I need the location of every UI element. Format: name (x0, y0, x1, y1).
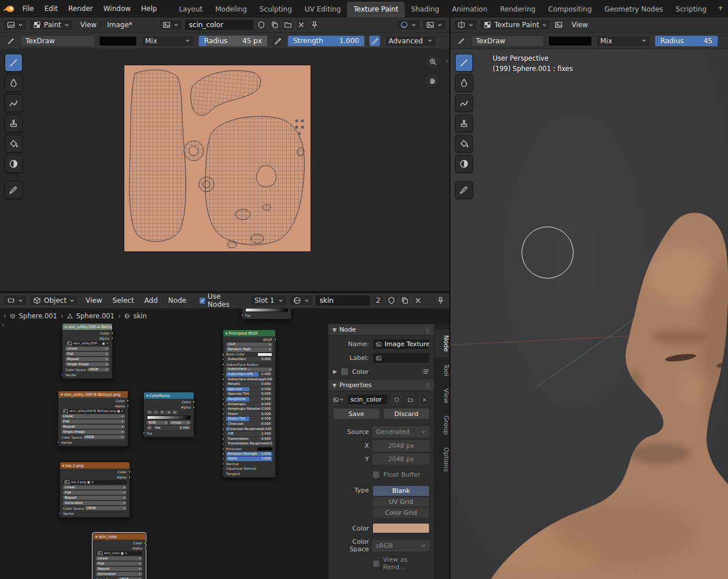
node-socket[interactable] (111, 332, 113, 334)
node-socket[interactable] (128, 476, 131, 478)
ramp-op-button[interactable]: + (147, 410, 152, 415)
bsdf-slider[interactable]: Subsurface Anisotropy0.000 (226, 377, 272, 382)
menu-add[interactable]: Add (139, 292, 163, 309)
node-socket[interactable] (127, 404, 129, 407)
node-socket[interactable] (274, 338, 276, 340)
node-socket[interactable] (222, 423, 224, 425)
brush-name-button[interactable]: TexDraw (471, 35, 544, 47)
bsdf-slider[interactable]: IOR1.450 (226, 432, 272, 436)
x-field[interactable]: 2048 px (372, 440, 430, 451)
viewport-tool-annotate[interactable] (455, 181, 473, 199)
node-enum-dropdown[interactable]: Linear▾ (63, 485, 127, 490)
viewport-tool-soften[interactable] (455, 74, 473, 92)
brush-color-swatch[interactable] (548, 36, 592, 46)
advanced-dropdown[interactable]: Advanced (385, 35, 437, 47)
bsdf-enum-dropdown[interactable]: GGX▾ (226, 343, 272, 347)
tab-geometry-nodes[interactable]: Geometry Nodes (598, 2, 669, 17)
type-option-uv-grid[interactable]: UV Grid (372, 496, 430, 507)
y-field[interactable]: 2048 px (372, 454, 430, 465)
unlink-material-button[interactable] (412, 295, 424, 306)
ramp-gradient[interactable] (147, 415, 191, 420)
node-header[interactable]: ▾ColorRamp (144, 392, 194, 399)
image-texture-node[interactable]: ▾liss 2.pngColorAlphaliss 2.png▣ ×Linear… (60, 462, 130, 518)
bsdf-slider[interactable]: Roughness0.500 (226, 397, 272, 402)
editor-type-button[interactable] (453, 19, 478, 31)
discard-button[interactable]: Discard (383, 408, 430, 420)
open-sidebar-arrow[interactable]: ‹ (446, 57, 448, 65)
image-tool-mask[interactable] (5, 155, 23, 173)
radius-slider[interactable]: Radius 45 px (198, 35, 268, 47)
float-buffer-checkbox[interactable] (372, 471, 380, 478)
brush-name-button[interactable]: TexDraw (21, 35, 95, 47)
fake-user-button[interactable] (391, 394, 402, 405)
fake-user-button[interactable] (386, 295, 397, 306)
node-socket[interactable] (127, 399, 129, 402)
node-socket[interactable] (193, 400, 195, 403)
menu-view[interactable]: View (75, 17, 102, 34)
node-socket[interactable] (222, 437, 224, 440)
node-socket[interactable] (241, 314, 243, 316)
node-enum-dropdown[interactable]: Flat▾ (96, 562, 142, 566)
colorramp-node[interactable]: ▾ColorRampColorAlpha+−▾◂▸RGB▾Linear▾0Pos… (143, 392, 194, 437)
bsdf-slider[interactable]: Anisotropic Rotation0.000 (226, 407, 272, 411)
image-texture-node[interactable]: ▾skin_utility.DSP-A 8bit(sp) 1.pngColorA… (62, 323, 113, 379)
viewport-tool-clone[interactable] (455, 114, 473, 132)
tab-sculpting[interactable]: Sculpting (253, 2, 298, 17)
open-toolbar-arrow[interactable]: › (2, 321, 4, 329)
ramp-op-button[interactable]: − (153, 410, 158, 415)
node-socket[interactable] (111, 337, 113, 339)
tab-rendering[interactable]: Rendering (494, 2, 542, 17)
ramp-op-button[interactable]: ▸ (172, 410, 178, 415)
node-image-field[interactable]: liss 2.png▣ × (63, 480, 127, 485)
image-tool-annotate[interactable] (5, 181, 23, 199)
viewport-tool-fill[interactable] (455, 135, 473, 153)
node-socket[interactable] (57, 441, 60, 443)
color-collapsed-row[interactable]: ▶ Color (333, 366, 430, 377)
sidebar-tab-node[interactable]: Node (435, 330, 449, 357)
image-tool-fill[interactable] (5, 135, 23, 153)
node-label-field[interactable] (372, 352, 430, 363)
unlink-image-button[interactable] (419, 394, 430, 405)
node-socket[interactable] (144, 541, 146, 544)
pin-button[interactable] (309, 19, 320, 31)
bsdf-slider[interactable]: Transmission Roughness0.000 (226, 441, 272, 446)
use-nodes-checkbox[interactable] (199, 297, 206, 305)
breadcrumb-item[interactable]: Sphere.001 (19, 312, 57, 320)
save-button[interactable]: Save (333, 408, 380, 420)
viewport-canvas[interactable]: User Perspective (199) Sphere.001 : fixe… (450, 49, 728, 579)
tab-texture-paint[interactable]: Texture Paint (347, 2, 404, 17)
node-enum-dropdown[interactable]: Generated▾ (96, 572, 142, 577)
menu-help[interactable]: Help (136, 0, 162, 17)
bsdf-slider[interactable]: Specular0.500 (226, 387, 272, 392)
node-socket[interactable] (143, 432, 145, 434)
bsdf-slider[interactable]: Anisotropic0.000 (226, 402, 272, 407)
display-channels-dropdown[interactable] (396, 19, 420, 31)
fake-user-button[interactable] (256, 19, 267, 31)
material-users-button[interactable]: 2 (372, 295, 384, 306)
radius-pressure-button[interactable] (272, 35, 283, 47)
node-socket[interactable] (222, 433, 224, 435)
type-option-blank[interactable]: Blank (372, 485, 430, 496)
principled-bsdf-node[interactable]: ▾Principled BSDFBSDFGGX▾Random Walk▾Base… (223, 329, 276, 478)
brush-preview-button[interactable] (5, 35, 17, 47)
node-socket[interactable] (222, 462, 224, 465)
image-gizmos-dropdown[interactable] (422, 19, 446, 31)
tab-scripting[interactable]: Scripting (670, 2, 713, 17)
browse-material-button[interactable] (289, 295, 313, 306)
blend-mode-dropdown[interactable]: Mix (596, 35, 651, 47)
new-image-button[interactable] (269, 19, 280, 31)
node-socket[interactable] (222, 358, 224, 361)
ramp-index-field[interactable]: 0 (147, 426, 152, 430)
image-name-field[interactable]: scin_color (184, 19, 254, 31)
node-socket[interactable] (222, 448, 224, 450)
image-mode-dropdown[interactable]: Paint (29, 19, 73, 31)
shader-type-dropdown[interactable]: Object (29, 295, 79, 306)
node-enum-dropdown[interactable]: Repeat▾ (63, 496, 127, 500)
ramp-enum-dropdown[interactable]: RGB▾ (147, 421, 168, 425)
sidebar-tab-tool[interactable]: Tool (435, 359, 449, 381)
menu-view[interactable]: View (80, 292, 107, 309)
bsdf-slider[interactable]: Transmission0.000 (226, 437, 272, 441)
mode-dropdown[interactable]: Texture Paint (479, 19, 551, 31)
sidebar-tab-view[interactable]: View (435, 383, 449, 409)
node-enum-dropdown[interactable]: Generated▾ (63, 501, 127, 506)
